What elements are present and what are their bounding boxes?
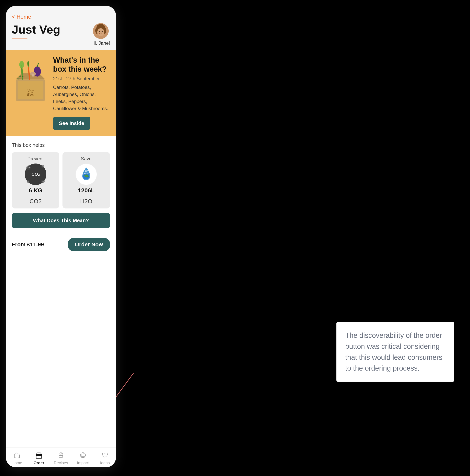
back-link[interactable]: < Home: [12, 14, 110, 20]
bottom-nav: Home Order: [6, 447, 116, 467]
nav-item-ideas[interactable]: Ideas: [94, 451, 116, 465]
ideas-icon: [101, 451, 109, 459]
co2-card-label: Prevent: [28, 156, 44, 162]
impact-icon: [79, 451, 87, 459]
banner-title: What's in the box this week?: [53, 56, 110, 74]
svg-point-6: [97, 28, 104, 36]
phone-container: < Home Just Veg: [6, 6, 116, 467]
nav-item-impact[interactable]: Impact: [72, 451, 94, 465]
svg-text:SAVE: SAVE: [85, 170, 88, 171]
annotation-box: The discoverability of the order button …: [336, 322, 454, 382]
svg-text:Veg: Veg: [27, 89, 34, 93]
svg-text:Box: Box: [27, 93, 34, 97]
greeting-text: Hi, Jane!: [91, 40, 110, 46]
eco-section: This box helps Prevent CO₂ CO₂ CO₂ CO₂ C…: [6, 136, 116, 234]
what-means-button[interactable]: What Does This Mean?: [12, 213, 110, 228]
title-section: Just Veg: [12, 23, 60, 38]
svg-text:spinach: spinach: [17, 78, 23, 80]
nav-label-ideas: Ideas: [100, 461, 110, 465]
page-title: Just Veg: [12, 23, 60, 36]
svg-text:WATER: WATER: [84, 173, 89, 174]
svg-point-27: [60, 453, 62, 454]
order-icon: [35, 451, 43, 459]
nav-label-recipes: Recipes: [54, 461, 68, 465]
h2o-card-label: Save: [81, 156, 92, 162]
co2-type: CO2: [30, 198, 42, 204]
banner-content: What's in the box this week? 21st - 27th…: [53, 56, 110, 130]
svg-rect-16: [32, 74, 34, 77]
svg-text:lettuce: lettuce: [19, 75, 25, 77]
h2o-icon: SAVE THE WATER: [75, 164, 97, 185]
home-icon: [13, 451, 21, 459]
order-now-button[interactable]: Order Now: [68, 238, 110, 251]
annotation-text: The discoverability of the order button …: [345, 330, 445, 374]
recipes-icon: [56, 451, 65, 459]
svg-point-8: [102, 31, 103, 32]
h2o-type: H2O: [80, 198, 92, 204]
price-label: From £11.99: [12, 241, 44, 248]
banner-date: 21st - 27th September: [53, 76, 110, 82]
banner-items: Carrots, Potatoes, Aubergines, Onions, L…: [53, 84, 110, 112]
nav-label-home: Home: [12, 461, 22, 465]
veg-box-image: Veg Box: [12, 60, 49, 104]
nav-item-order[interactable]: Order: [28, 451, 50, 465]
content-area: Veg Box: [6, 50, 116, 447]
header: < Home Just Veg: [6, 6, 116, 50]
box-banner: Veg Box: [6, 50, 116, 136]
nav-label-impact: Impact: [77, 461, 89, 465]
co2-value: 6 KG: [29, 187, 42, 194]
co2-card: Prevent CO₂ CO₂ CO₂ CO₂ CO₂ 6 KG CO2: [12, 152, 59, 208]
see-inside-button[interactable]: See Inside: [53, 117, 90, 130]
svg-point-7: [99, 31, 100, 32]
eco-section-title: This box helps: [12, 142, 110, 148]
nav-label-order: Order: [34, 461, 44, 465]
avatar-section: Hi, Jane!: [91, 23, 110, 46]
svg-text:THE: THE: [85, 171, 88, 172]
header-row: Just Veg: [12, 23, 110, 46]
co2-divider: [24, 196, 47, 196]
avatar: [93, 23, 109, 39]
order-footer: From £11.99 Order Now: [6, 234, 116, 255]
co2-icon: CO₂ CO₂ CO₂ CO₂ CO₂: [25, 164, 46, 185]
h2o-divider: [74, 196, 98, 196]
h2o-card: Save SAVE THE WA: [62, 152, 110, 208]
title-underline: [12, 38, 28, 38]
svg-point-13: [19, 61, 24, 68]
nav-item-recipes[interactable]: Recipes: [50, 451, 72, 465]
eco-cards: Prevent CO₂ CO₂ CO₂ CO₂ CO₂ 6 KG CO2: [12, 152, 110, 208]
nav-item-home[interactable]: Home: [6, 451, 28, 465]
h2o-value: 1206L: [78, 187, 94, 194]
